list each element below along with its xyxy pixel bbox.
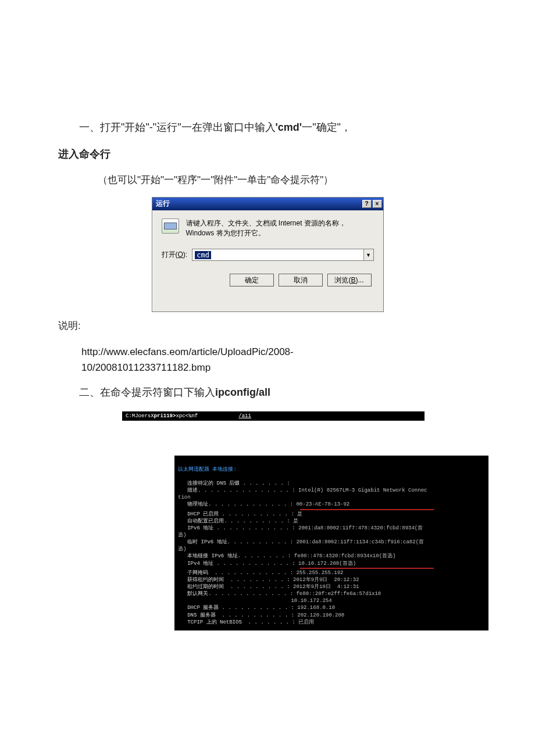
open-input[interactable]: cmd [192,249,363,260]
mask-value: 255.255.255.192 [293,570,343,576]
red-underline-2 [300,568,434,569]
cmd-mid: xpc<¾nf [176,413,198,419]
lease-exp-label: 租约过期的时间 . . . . . . . . . : [187,584,290,590]
run-dialog-body: 请键入程序、文件夹、文档或 Internet 资源的名称，Windows 将为您… [152,210,383,292]
temp-ipv6-wrap: 选) [178,546,186,552]
ipv4-value: 10.10.172.208(首选) [295,561,356,567]
cancel-button[interactable]: 取消 [279,274,323,286]
netbios-value: 已启用 [295,619,314,625]
ok-button[interactable]: 确定 [230,274,274,286]
step-2-prefix: 二、在命令提示符窗口下输入 [79,386,215,398]
desc-wrap: tion [178,495,191,500]
run-dialog-titlebar: 运行 ? × [152,198,383,210]
desc-label: 描述. . . . . . . . . . . . . . . : [187,488,295,493]
temp-ipv6-value: 2001:da8:8002:11f7:1134:c34b:f916:ca82(首 [293,539,424,545]
open-combobox[interactable]: cmd ▼ [192,249,373,261]
netbios-label: TCPIP 上的 NetBIOS . . . . . . . : [187,619,295,625]
step-1-suffix: 一"确定"， [302,121,351,133]
phys-value: 00-23-AE-78-13-92 [293,501,349,507]
dns-srv-value: 202.120.190.208 [294,612,344,618]
red-underline-1 [300,509,434,510]
note-label: 说明: [58,319,477,332]
open-label: 打开(O): [162,250,188,260]
run-dialog-message: 请键入程序、文件夹、文档或 Internet 资源的名称，Windows 将为您… [186,218,374,239]
mask-label: 子网掩码 . . . . . . . . . . . . : [187,570,293,576]
ipv6-wrap: 选) [178,532,186,538]
close-button[interactable]: × [373,200,382,208]
lease-obt-value: 2012年9月9日 20:12:32 [290,577,359,583]
gw-label: 默认网关. . . . . . . . . . . . . : [187,591,293,597]
phys-label: 物理地址. . . . . . . . . . . . . : [187,501,293,507]
browse-button[interactable]: 浏览(B)... [327,274,372,286]
step-1-cont: 进入命令行 [58,143,477,166]
dns-suffix-label: 连接特定的 DNS 后缀 . . . . . . . : [187,481,290,486]
dns-srv-label: DNS 服务器 . . . . . . . . . . . : [187,612,294,618]
step-1-alt: （也可以"开始"一"程序"一"附件"一单击"命令提示符"） [58,169,477,191]
help-button[interactable]: ? [362,200,372,208]
temp-ipv6-label: 临时 IPv6 地址. . . . . . . . . . : [187,539,293,545]
adapter-header: 以太网适配器 本地连接: [178,467,237,472]
step-2: 二、在命令提示符窗口下输入ipconfig/all [58,381,477,404]
run-dialog-input-row: 打开(O): cmd ▼ [162,249,374,261]
lease-exp-value: 2012年9月10日 4:12:31 [290,584,359,590]
step-1: 一、打开"开始"-"运行"一在弹出窗口中输入'cmd'一"确定"， [58,116,477,139]
run-dialog-message-row: 请键入程序、文件夹、文档或 Internet 资源的名称，Windows 将为您… [162,218,374,239]
dhcp-srv-value: 192.168.0.10 [294,605,335,611]
document-content: 一、打开"开始"-"运行"一在弹出窗口中输入'cmd'一"确定"， 进入命令行 … [0,0,535,654]
url-block: http://www.elecfans.eom/article/UploadPi… [81,344,477,375]
linklocal-value: fe80::478:4320:fcbd:8934x10(首选) [291,553,395,559]
autoconf-label: 自动配置已启用. . . . . . . . . . : [187,518,290,524]
dhcp-en-label: DHCP 已启用 . . . . . . . . . . . : [187,511,294,517]
autoconf-value: 是 [290,518,298,524]
cmd-output: 以太网适配器 本地连接: 连接特定的 DNS 后缀 . . . . . . . … [174,456,488,630]
step-1-prefix: 一、打开"开始"-"运行"一在弹出窗口中输入 [79,121,276,133]
dhcp-en-value: 是 [294,511,302,517]
gw-value-2: 10.10.172.254 [178,598,332,604]
chevron-down-icon[interactable]: ▼ [363,249,373,260]
ipv6-label: IPv6 地址 . . . . . . . . . . . . : [187,525,295,531]
run-dialog-title-buttons: ? × [362,200,382,208]
cmd-titlebar: C:MJoersXpri119>xpc<¾nf/a11 [122,411,425,421]
ipv4-label: IPv4 地址 . . . . . . . . . . . . : [187,561,295,567]
desc-value: Intel(R) 82567LM-3 Gigabit Network Conne… [295,488,427,493]
gw-value: fe80::20f:e2ff:fe6a:57d1x10 [293,591,381,597]
url-line-2: 10/20081011233711182.bmp [81,360,477,375]
cmd-arg: /a11 [238,413,251,419]
linklocal-label: 本地链接 IPv6 地址. . . . . . . . : [187,553,291,559]
ipv6-value: 2001:da8:8002:11f7:478:4320:fcbd:8934(首 [295,525,423,531]
cmd-prompt-a: C:MJoersX [126,413,154,419]
step-2-cmd: ipconfig/all [215,386,270,398]
open-input-value: cmd [195,251,211,259]
run-icon [162,218,179,234]
lease-obt-label: 获得租约的时间 . . . . . . . . . : [187,577,290,583]
run-dialog: 运行 ? × 请键入程序、文件夹、文档或 Internet 资源的名称，Wind… [152,197,384,312]
url-line-1: http://www.elecfans.eom/article/UploadPi… [81,344,477,360]
step-1-cmd: 'cmd' [276,121,302,133]
cmd-prompt-b: pri119> [154,413,176,419]
run-dialog-buttons: 确定 取消 浏览(B)... [162,274,374,286]
run-dialog-title: 运行 [156,199,170,209]
dhcp-srv-label: DHCP 服务器 . . . . . . . . . . . : [187,605,294,611]
